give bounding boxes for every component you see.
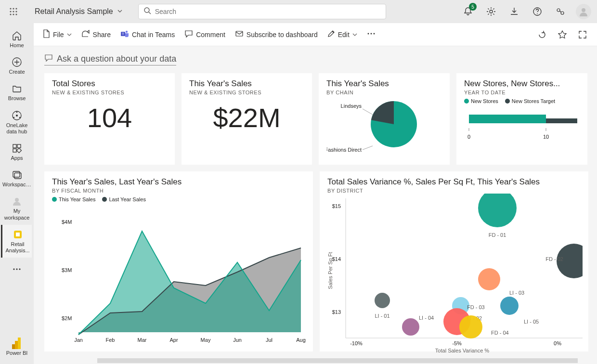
tile-sales-chain[interactable]: This Year's Sales BY CHAIN Lindseys Fash… (319, 73, 450, 165)
svg-text:Jan: Jan (74, 337, 83, 343)
legend: This Year Sales Last Year Sales (52, 196, 305, 202)
ellipsis-icon (11, 263, 23, 275)
home-icon (11, 30, 23, 41)
total-stores-value: 104 (52, 102, 167, 133)
svg-text:Total Sales Variance %: Total Sales Variance % (435, 348, 490, 352)
chevron-down-icon (67, 31, 72, 39)
svg-point-20 (16, 115, 18, 117)
file-icon (42, 29, 50, 39)
comment-icon (184, 30, 193, 39)
tile-bubble[interactable]: Total Sales Variance %, Sales Per Sq Ft,… (320, 171, 588, 351)
tile-subtitle: BY DISTRICT (327, 188, 581, 194)
favorite-button[interactable] (557, 29, 568, 40)
area-chart: $4M $3M $2M Jan Feb Mar Apr May Jun Jul (52, 202, 307, 347)
more-actions[interactable] (367, 30, 376, 39)
svg-text:May: May (201, 337, 211, 343)
search-box[interactable] (138, 4, 386, 19)
svg-text:$13: $13 (332, 309, 341, 315)
apps-icon (11, 143, 23, 154)
workspaces-icon (11, 169, 23, 181)
svg-point-11 (490, 10, 493, 13)
edit-menu[interactable]: Edit (327, 30, 357, 39)
tile-new-stores[interactable]: New Stores, New Stores... YEAR TO DATE N… (456, 73, 587, 165)
file-menu[interactable]: File (42, 29, 72, 39)
svg-text:Apr: Apr (169, 337, 178, 343)
chat-icon (44, 54, 53, 64)
nav-home[interactable]: Home (1, 26, 32, 52)
folder-icon (11, 83, 23, 94)
comment-button[interactable]: Comment (184, 30, 225, 39)
horizontal-scrollbar[interactable] (97, 358, 578, 363)
svg-point-22 (13, 117, 14, 117)
search-input[interactable] (155, 8, 381, 15)
refresh-button[interactable] (536, 29, 548, 40)
svg-text:$4M: $4M (62, 219, 72, 225)
svg-text:-10%: -10% (350, 340, 363, 346)
account-avatar[interactable] (576, 4, 591, 19)
sales-value: $22M (189, 102, 304, 133)
svg-point-9 (144, 8, 149, 13)
help-button[interactable] (530, 4, 545, 19)
workspace-name-dropdown[interactable]: Retail Analysis Sample (35, 7, 123, 16)
svg-point-44 (370, 33, 372, 35)
notifications-button[interactable]: 5 (460, 4, 476, 19)
nav-more[interactable] (1, 260, 32, 280)
tile-subtitle: NEW & EXISTING STORES (189, 90, 304, 95)
svg-rect-52 (469, 115, 546, 123)
svg-rect-27 (17, 148, 22, 153)
pencil-icon (327, 30, 335, 39)
download-button[interactable] (506, 4, 522, 19)
nav-workspaces[interactable]: Workspaces (1, 165, 32, 192)
svg-line-16 (560, 11, 561, 13)
tile-subtitle: BY CHAIN (326, 90, 442, 95)
feedback-button[interactable] (553, 4, 568, 19)
svg-point-86 (375, 293, 390, 308)
svg-text:Fashions Direct: Fashions Direct (326, 147, 362, 153)
chevron-down-icon (117, 7, 123, 16)
nav-powerbi[interactable]: Power BI (1, 334, 32, 360)
nav-browse[interactable]: Browse (1, 79, 32, 105)
powerbi-icon (11, 338, 23, 349)
svg-point-2 (15, 8, 17, 9)
nav-myworkspace[interactable]: My workspace (1, 192, 32, 224)
svg-text:$2M: $2M (62, 315, 72, 321)
tile-title: Total Stores (52, 79, 167, 89)
nav-datahub[interactable]: OneLake data hub (1, 106, 32, 139)
svg-point-45 (373, 33, 375, 35)
qna-input[interactable]: Ask a question about your data (44, 54, 176, 65)
person-icon (11, 195, 23, 207)
tile-sales-month[interactable]: This Year's Sales, Last Year's Sales BY … (44, 171, 313, 351)
svg-text:Lindseys: Lindseys (341, 103, 362, 109)
teams-icon: T (120, 30, 129, 39)
svg-point-14 (557, 9, 560, 12)
nav-apps[interactable]: Apps (1, 139, 32, 165)
pie-chart: Lindseys Fashions Direct (326, 95, 442, 158)
nav-current-workspace[interactable]: Retail Analysis... (1, 225, 32, 258)
chat-teams-button[interactable]: T Chat in Teams (120, 30, 175, 39)
svg-point-78 (478, 194, 517, 227)
svg-text:FD - 04: FD - 04 (491, 330, 509, 336)
svg-point-6 (10, 13, 11, 15)
svg-line-47 (363, 109, 373, 115)
svg-line-49 (363, 146, 373, 150)
svg-point-43 (367, 33, 369, 35)
svg-point-92 (402, 318, 419, 336)
svg-text:LI - 05: LI - 05 (524, 319, 539, 325)
fullscreen-button[interactable] (577, 29, 588, 40)
svg-rect-28 (13, 171, 20, 177)
svg-text:FD - 02: FD - 02 (545, 256, 563, 262)
app-launcher[interactable] (6, 4, 21, 19)
settings-button[interactable] (483, 4, 499, 19)
svg-point-17 (582, 8, 585, 12)
svg-rect-38 (12, 344, 15, 349)
svg-point-0 (10, 8, 11, 9)
notification-badge: 5 (469, 3, 477, 11)
nav-create[interactable]: Create (1, 52, 32, 79)
tile-total-stores[interactable]: Total Stores NEW & EXISTING STORES 104 (44, 73, 175, 165)
svg-text:FD - 01: FD - 01 (489, 232, 506, 238)
share-button[interactable]: Share (81, 30, 111, 39)
svg-point-13 (537, 13, 538, 14)
subscribe-button[interactable]: Subscribe to dashboard (235, 30, 318, 39)
svg-rect-37 (15, 341, 18, 349)
tile-sales-value[interactable]: This Year's Sales NEW & EXISTING STORES … (182, 73, 312, 165)
